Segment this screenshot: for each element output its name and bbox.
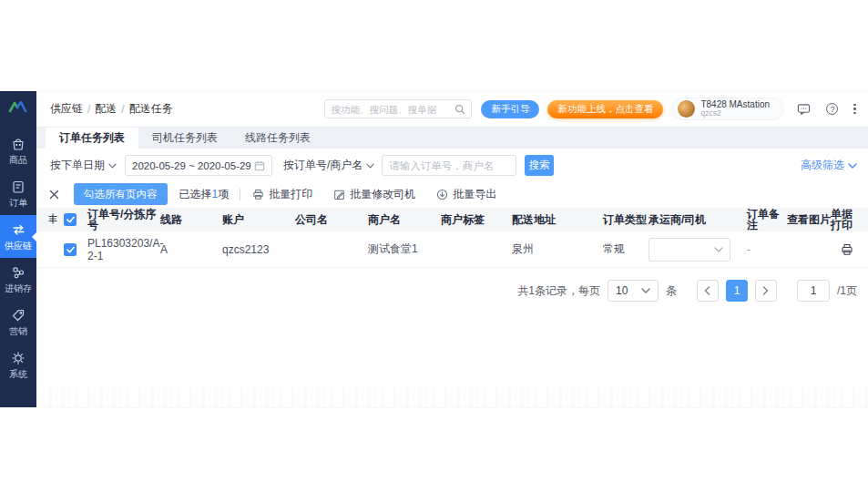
orders-doc-icon bbox=[10, 179, 26, 195]
sidebar-item-label: 营销 bbox=[9, 326, 27, 336]
sidebar-item-inventory[interactable]: 进销存 bbox=[0, 258, 36, 301]
col-line[interactable]: 线路 bbox=[160, 214, 222, 225]
cell-line: A bbox=[160, 243, 222, 256]
chevron-down-icon bbox=[848, 163, 857, 169]
app-window: 商品 订单 供应链 bbox=[0, 91, 868, 407]
global-search-input[interactable] bbox=[331, 104, 454, 115]
selected-count-text: 已选择1项 bbox=[179, 187, 230, 202]
inventory-share-icon bbox=[10, 264, 26, 281]
carrier-driver-select[interactable] bbox=[648, 238, 730, 262]
message-icon[interactable] bbox=[797, 103, 811, 116]
supply-chain-arrows-icon bbox=[10, 221, 27, 238]
keyword-input-box[interactable] bbox=[382, 155, 516, 176]
sidebar-item-label: 进销存 bbox=[5, 283, 32, 293]
toolbar-divider bbox=[240, 189, 240, 200]
chevron-right-icon bbox=[762, 286, 769, 295]
cell-account: qzcs2123 bbox=[222, 243, 295, 256]
batch-export-button[interactable]: 批量导出 bbox=[436, 187, 496, 202]
chevron-down-icon bbox=[108, 163, 117, 169]
tab-order-task-list[interactable]: 订单任务列表 bbox=[46, 128, 138, 149]
keyword-input[interactable] bbox=[389, 160, 509, 171]
column-settings-icon[interactable] bbox=[47, 213, 64, 227]
new-feature-promo-button[interactable]: 新功能上线，点击查看 bbox=[547, 100, 663, 118]
goods-bag-icon bbox=[10, 136, 26, 152]
col-doc-print[interactable]: 单据打印 bbox=[831, 209, 863, 231]
watermark-strip bbox=[36, 387, 868, 407]
help-icon[interactable]: ? bbox=[826, 103, 838, 115]
date-range-input[interactable]: 2020-05-29 ~ 2020-05-29 bbox=[125, 155, 272, 176]
page-size-unit: 条 bbox=[666, 283, 677, 299]
keyword-type-dropdown[interactable]: 按订单号/商户名 bbox=[283, 158, 374, 173]
topbar-icons: ? bbox=[797, 103, 856, 116]
export-icon bbox=[436, 189, 448, 200]
breadcrumb-separator: / bbox=[87, 103, 90, 116]
sidebar-item-orders[interactable]: 订单 bbox=[0, 172, 36, 215]
select-all-pages-button[interactable]: 勾选所有页内容 bbox=[74, 183, 168, 205]
breadcrumb-item[interactable]: 配送 bbox=[95, 101, 117, 117]
cell-remark: - bbox=[747, 243, 787, 256]
col-order-type[interactable]: 订单类型 bbox=[603, 214, 648, 225]
row-print-button[interactable] bbox=[831, 243, 863, 256]
select-all-checkbox[interactable] bbox=[64, 213, 77, 226]
col-company[interactable]: 公司名 bbox=[295, 214, 368, 225]
avatar bbox=[678, 100, 695, 118]
page-canvas: 商品 订单 供应链 bbox=[0, 0, 868, 503]
tab-driver-task-list[interactable]: 司机任务列表 bbox=[138, 128, 231, 149]
col-order-no[interactable]: 订单号/分拣序号 bbox=[87, 209, 160, 231]
close-icon[interactable] bbox=[49, 190, 59, 200]
system-gear-icon bbox=[10, 350, 26, 366]
marketing-tag-icon bbox=[10, 307, 26, 323]
sidebar: 商品 订单 供应链 bbox=[0, 91, 36, 407]
batch-print-button[interactable]: 批量打印 bbox=[252, 187, 312, 202]
col-merchant[interactable]: 商户名 bbox=[368, 214, 441, 225]
global-search-box[interactable] bbox=[324, 99, 472, 118]
prev-page-button[interactable] bbox=[697, 280, 719, 302]
records-total-text: 共1条记录，每页 bbox=[517, 283, 600, 299]
more-menu-icon[interactable] bbox=[853, 104, 856, 115]
search-button[interactable]: 搜索 bbox=[525, 155, 554, 176]
page-size-select[interactable]: 10 bbox=[608, 280, 659, 302]
date-type-dropdown[interactable]: 按下单日期 bbox=[50, 158, 117, 173]
cell-order-no[interactable]: PL16303203/A-2-1 bbox=[87, 237, 160, 262]
topbar: 供应链 / 配送 / 配送任务 新手引导 新功能上线，点击查看 T8428 MA… bbox=[36, 91, 868, 128]
sidebar-item-label: 订单 bbox=[9, 198, 27, 208]
table-row[interactable]: PL16303203/A-2-1 A qzcs2123 测试食堂1 泉州 常规 … bbox=[36, 231, 868, 268]
user-chip[interactable]: T8428 MAstation qzcs2 bbox=[671, 98, 784, 120]
col-remark[interactable]: 订单备注 bbox=[747, 209, 787, 231]
sidebar-item-label: 商品 bbox=[9, 155, 27, 165]
sidebar-item-marketing[interactable]: 营销 bbox=[0, 301, 36, 344]
user-meta: T8428 MAstation qzcs2 bbox=[700, 99, 770, 118]
sidebar-item-supply-chain[interactable]: 供应链 bbox=[0, 215, 36, 258]
breadcrumb-separator: / bbox=[121, 103, 124, 116]
beginner-guide-button[interactable]: 新手引导 bbox=[481, 100, 539, 118]
chevron-left-icon bbox=[704, 286, 710, 295]
sidebar-item-system[interactable]: 系统 bbox=[0, 344, 36, 386]
sidebar-item-goods[interactable]: 商品 bbox=[0, 129, 36, 172]
chevron-down-icon bbox=[366, 163, 374, 169]
page-jump-input[interactable] bbox=[797, 280, 830, 302]
col-carrier-driver[interactable]: 承运商/司机 bbox=[648, 214, 747, 225]
col-merchant-tag[interactable]: 商户标签 bbox=[441, 214, 512, 225]
next-page-button[interactable] bbox=[755, 280, 777, 302]
batch-edit-driver-button[interactable]: 批量修改司机 bbox=[333, 187, 415, 202]
check-icon bbox=[66, 216, 75, 223]
col-account[interactable]: 账户 bbox=[222, 214, 295, 225]
table-header: 订单号/分拣序号 线路 账户 公司名 商户名 商户标签 配送地址 订单类型 承运… bbox=[36, 208, 868, 231]
edit-icon bbox=[333, 189, 345, 200]
row-checkbox[interactable] bbox=[64, 243, 77, 256]
printer-icon bbox=[841, 243, 853, 256]
col-view-image[interactable]: 查看图片 bbox=[787, 214, 831, 225]
pagination: 共1条记录，每页 10 条 1 /1页 bbox=[36, 278, 868, 303]
breadcrumb: 供应链 / 配送 / 配送任务 bbox=[50, 101, 173, 117]
page-number-button[interactable]: 1 bbox=[726, 280, 748, 302]
advanced-filter-toggle[interactable]: 高级筛选 bbox=[801, 158, 857, 173]
app-logo[interactable] bbox=[0, 91, 36, 122]
cell-merchant: 测试食堂1 bbox=[368, 241, 441, 257]
tab-route-task-list[interactable]: 线路任务列表 bbox=[231, 128, 324, 149]
logo-icon bbox=[7, 98, 29, 115]
breadcrumb-item[interactable]: 供应链 bbox=[50, 101, 83, 117]
filter-bar: 按下单日期 2020-05-29 ~ 2020-05-29 按订单号/商户名 搜… bbox=[36, 149, 868, 182]
check-icon bbox=[66, 246, 75, 253]
col-address[interactable]: 配送地址 bbox=[512, 214, 603, 225]
chevron-down-icon bbox=[641, 288, 650, 293]
